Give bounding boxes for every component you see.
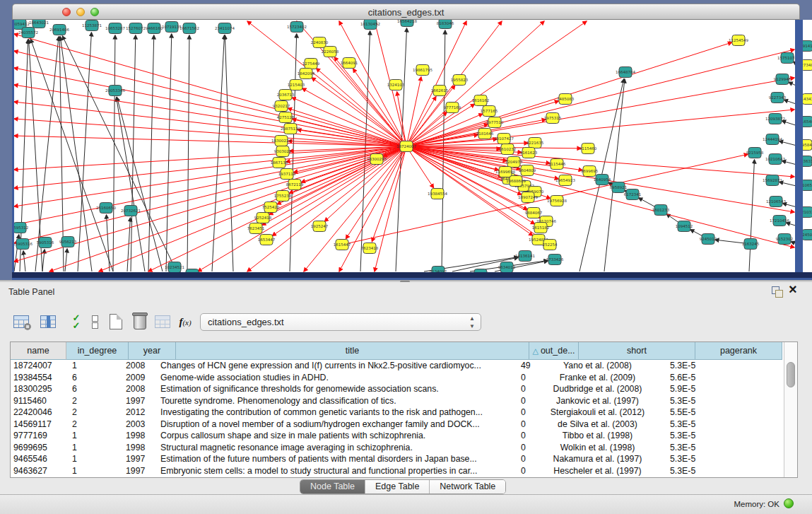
table-row[interactable]: 946554611997Estimation of the future num… — [11, 453, 784, 465]
column-header-short[interactable]: short — [579, 342, 695, 360]
column-header-name[interactable]: name — [11, 342, 66, 360]
graph-node[interactable]: 8672119 — [286, 180, 304, 190]
column-header-year[interactable]: year — [129, 342, 176, 360]
graph-node[interactable]: 9227343 — [769, 93, 787, 103]
table-row[interactable]: 969969511998Structural magnetic resonanc… — [11, 442, 784, 454]
show-columns-button[interactable] — [37, 310, 59, 333]
graph-node[interactable]: 4275126 — [277, 112, 295, 123]
graph-node[interactable]: 7525420 — [262, 202, 280, 213]
graph-node[interactable]: 1094512 — [676, 221, 693, 232]
column-header-in_degree[interactable]: in_degree — [66, 342, 129, 360]
graph-node[interactable]: 6172341 — [624, 189, 642, 200]
column-header-title[interactable]: title — [176, 342, 529, 360]
graph-node[interactable]: 1215403 — [288, 80, 305, 90]
graph-node[interactable]: 9699695 — [581, 166, 599, 177]
function-builder-button[interactable]: f(x) — [174, 310, 196, 333]
graph-node[interactable]: 9595312 — [12, 223, 28, 233]
table-settings-button[interactable] — [10, 310, 33, 333]
graph-node[interactable]: 1221635 — [526, 138, 544, 148]
graph-node[interactable]: 1842094 — [298, 69, 315, 79]
graph-node[interactable]: 1662615 — [431, 86, 449, 96]
graph-node[interactable]: 9152302 — [776, 234, 794, 245]
graph-node[interactable]: 9884067 — [525, 208, 543, 218]
graph-node[interactable]: 2226058 — [322, 47, 339, 57]
float-panel-button[interactable] — [772, 286, 784, 298]
graph-node[interactable]: 1937113 — [278, 169, 296, 180]
graph-node[interactable]: 252254 — [543, 240, 558, 250]
graph-node[interactable]: 2181646 — [476, 129, 494, 139]
graph-node[interactable]: 1733426 — [546, 255, 564, 265]
row-options-button[interactable] — [83, 310, 106, 333]
graph-node[interactable]: 9466160 — [146, 23, 163, 34]
graph-node[interactable]: 9777169 — [444, 103, 461, 113]
cell-pagerank: 5.3E-5 — [656, 453, 729, 465]
graph-node[interactable]: 8215958 — [746, 148, 764, 158]
graph-node[interactable]: 1610232 — [499, 144, 517, 155]
graph-node[interactable]: 8134092 — [430, 267, 447, 273]
graph-node[interactable]: 1616162 — [472, 95, 490, 106]
graph-node[interactable]: 7623451 — [247, 223, 265, 234]
svg-text:7623451: 7623451 — [247, 226, 265, 230]
tab-network-table[interactable]: Network Table — [430, 480, 505, 493]
window-title-bar[interactable]: citations_edges.txt — [12, 4, 800, 20]
graph-node[interactable]: 1977510 — [486, 117, 504, 128]
graph-node[interactable]: 9634012 — [498, 262, 516, 273]
graph-node[interactable]: 9161623 — [520, 148, 538, 158]
graph-node[interactable]: 9320217 — [273, 101, 290, 112]
new-table-button[interactable] — [105, 310, 127, 333]
table-row[interactable]: 2242004622012Investigating the contribut… — [11, 407, 784, 419]
graph-node[interactable]: 1755238 — [274, 191, 292, 201]
graph-node[interactable]: 9129946 — [774, 74, 792, 85]
graph-node[interactable]: 8183046 — [437, 20, 454, 29]
graph-node[interactable]: 1867138 — [271, 158, 288, 168]
graph-node[interactable]: 7204973 — [505, 157, 523, 168]
graph-node[interactable]: 1324103 — [387, 80, 405, 90]
table-row[interactable]: 946362711997Embryonic stem cells: a mode… — [11, 465, 784, 477]
graph-node[interactable]: 1615447 — [334, 240, 351, 250]
graph-node[interactable]: 7623418 — [361, 243, 379, 254]
graph-node[interactable]: 7485083 — [557, 94, 575, 105]
tab-edge-table[interactable]: Edge Table — [365, 480, 430, 493]
graph-node[interactable]: 9303022 — [274, 146, 292, 157]
graph-node[interactable]: 8958921 — [610, 182, 628, 193]
graph-node[interactable]: 1275449 — [302, 59, 320, 69]
table-row[interactable]: 911546021997Tourette syndrome. Phenomeno… — [11, 395, 784, 407]
graph-node[interactable]: 9245012 — [700, 234, 717, 245]
network-graph-canvas[interactable]: 1872400722408302226058127544916640911842… — [12, 20, 812, 272]
tab-node-table[interactable]: Node Table — [300, 480, 365, 493]
graph-node[interactable]: 9252418 — [254, 213, 272, 223]
close-panel-button[interactable]: × — [789, 281, 797, 298]
graph-node[interactable]: 1925247 — [311, 221, 329, 232]
table-scrollbar[interactable] — [784, 342, 797, 477]
table-row[interactable]: 977716911998Corpus callosum shape and si… — [11, 430, 784, 442]
graph-node[interactable]: 2036713 — [277, 90, 295, 100]
graph-node[interactable]: 9056213 — [59, 237, 77, 247]
graph-node[interactable]: 5905316 — [37, 238, 54, 248]
graph-node[interactable]: 1975315 — [544, 113, 562, 124]
scrollbar-thumb[interactable] — [787, 362, 795, 387]
graph-node[interactable]: 1640954 — [594, 175, 611, 185]
column-header-out_degree[interactable]: △out_de... — [529, 342, 579, 360]
table-row[interactable]: 1456911722003Disruption of a novel membe… — [11, 419, 784, 431]
delete-column-button[interactable] — [129, 310, 151, 333]
cell-pagerank: 5.3E-5 — [656, 419, 729, 431]
graph-node[interactable]: 1664091 — [341, 58, 358, 69]
memory-ok-icon[interactable] — [784, 498, 794, 508]
table-row[interactable]: 1830029562008Estimation of significance … — [11, 383, 784, 395]
table-row[interactable]: 1938455462009Genome-wide association stu… — [11, 372, 784, 384]
table-selector-dropdown[interactable]: citations_edges.txt ▲▼ — [200, 313, 481, 331]
svg-text:1615182: 1615182 — [532, 226, 550, 230]
graph-node[interactable]: 1604809 — [519, 165, 536, 176]
graph-node[interactable]: 1163245 — [742, 239, 760, 250]
svg-text:1867138: 1867138 — [271, 160, 288, 165]
graph-node[interactable]: 1577165 — [481, 106, 498, 117]
column-header-pagerank[interactable]: pagerank — [695, 342, 782, 360]
graph-node[interactable]: 1955823 — [451, 75, 469, 86]
graph-node[interactable]: 9115460 — [579, 144, 597, 154]
graph-node[interactable]: 9115446 — [548, 159, 566, 170]
cell-title: Investigating the contribution of common… — [156, 407, 505, 419]
graph-node[interactable]: 1653447 — [258, 235, 276, 245]
graph-node[interactable]: 1601233 — [652, 205, 670, 216]
graph-node[interactable]: 1615182 — [532, 223, 550, 233]
table-row[interactable]: 1872400712008Changes of HCN gene express… — [11, 360, 784, 372]
